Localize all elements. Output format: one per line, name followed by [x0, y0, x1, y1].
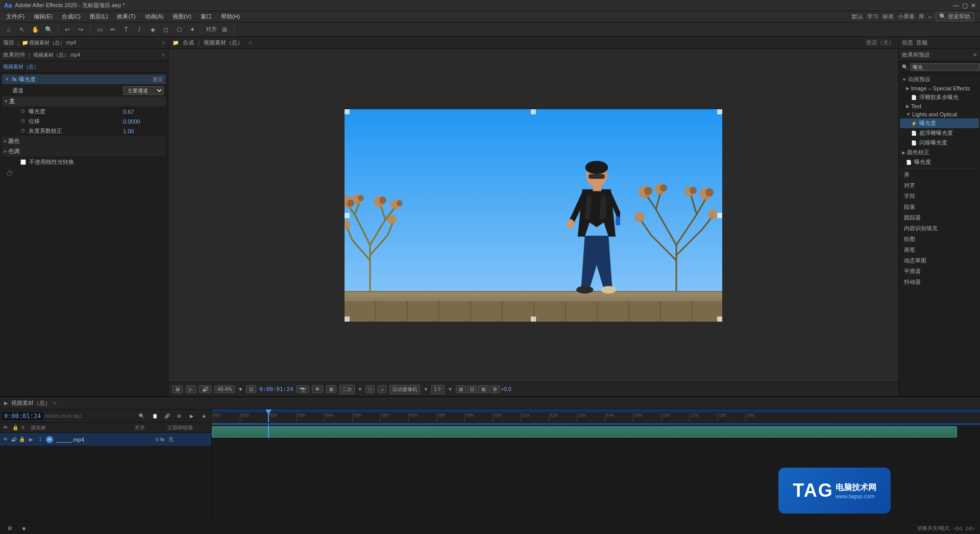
timeline-timecode[interactable]: 0:00:01:24 [2, 412, 43, 420]
info-tab[interactable]: 信息 [902, 39, 913, 46]
category-motion-sketch[interactable]: 动态草图 [900, 255, 979, 266]
menu-window[interactable]: 窗口 [197, 12, 216, 21]
timeline-comp-btn[interactable]: 📋 [149, 410, 160, 422]
channel-select[interactable]: 主要通道 [123, 86, 164, 95]
switch-icon-1[interactable]: ⊞ [155, 437, 159, 442]
text-section-item[interactable]: ▶ Text [900, 102, 979, 110]
layer-row-1[interactable]: 👁 🔊 🔒 ▶ 1 M _____.mp4 ⊞ fx 无 [0, 433, 211, 446]
category-paint[interactable]: 绘图 [900, 234, 979, 245]
snapshot-btn[interactable]: 📷 [297, 385, 309, 393]
project-menu-btn[interactable]: ≡ [162, 40, 165, 45]
puppet-tool[interactable]: ✦ [187, 24, 198, 35]
layer-lock-icon[interactable]: 🔒 [18, 436, 26, 443]
quality-selector[interactable]: 二分 [339, 385, 355, 394]
main-section-header[interactable]: ▼ 主 [2, 96, 166, 106]
timeline-search-btn[interactable]: 🔍 [136, 410, 147, 422]
timeline-footer-btn1[interactable]: ⊞ [4, 523, 15, 534]
safe-margins-btn[interactable]: ⊠ [478, 385, 488, 393]
hand-tool[interactable]: ✋ [30, 24, 41, 35]
resolution-btn[interactable]: ⊡ [246, 385, 256, 393]
stamp-tool[interactable]: ◈ [147, 24, 158, 35]
view-selector[interactable]: 1个 [431, 385, 445, 394]
redo-button[interactable]: ↪ [75, 24, 86, 35]
undo-button[interactable]: ↩ [62, 24, 73, 35]
float-exposure-item[interactable]: 📄 超浮雕曝光度 [900, 128, 979, 138]
category-align[interactable]: 对齐 [900, 180, 979, 191]
category-character[interactable]: 字符 [900, 191, 979, 202]
timeline-render-btn[interactable]: ▶ [186, 410, 197, 422]
menu-file[interactable]: 文件(F) [2, 12, 29, 21]
zoom-tool[interactable]: 🔍 [43, 24, 54, 35]
track-clip-1[interactable] [212, 426, 957, 438]
transparency-btn[interactable]: ⊠ [326, 385, 336, 393]
float-multi-exposure-item[interactable]: 📄 浮雕软多步曝光 [900, 92, 979, 102]
layer-eye-icon[interactable]: 👁 [2, 436, 9, 443]
rect-tool[interactable]: ▭ [94, 24, 105, 35]
switch-fx[interactable]: fx [160, 437, 164, 442]
search-help-input[interactable]: 🔍 搜索帮助 [936, 12, 974, 21]
brush-tool[interactable]: / [134, 24, 145, 35]
workspace-learn[interactable]: 学习 [867, 13, 878, 20]
workspace-standard[interactable]: 标准 [883, 13, 894, 20]
current-comp[interactable]: 视频素材（总） [204, 39, 243, 46]
channel-row[interactable]: 通道 主要通道 [2, 85, 166, 96]
preview-play-pause[interactable]: ▷ [186, 385, 196, 393]
align-h-button[interactable]: ⊞ [219, 24, 230, 35]
maximize-button[interactable]: ▢ [962, 2, 968, 9]
exposure-effect-header[interactable]: ▼ fx 曝光度 重置 [2, 75, 166, 84]
color-correction-section[interactable]: ▶ 颜色校正 [900, 148, 979, 157]
effects-search-input[interactable] [910, 63, 980, 71]
right-panel-close[interactable]: ✕ [973, 52, 977, 58]
timeline-marker-btn[interactable]: ◈ [198, 410, 209, 422]
menu-animation[interactable]: 动画(A) [141, 12, 168, 21]
category-wiggler[interactable]: 抖动器 [900, 277, 979, 287]
timeline-expand-icon[interactable]: ▶ [4, 400, 8, 406]
grid-btn1[interactable]: ⊞ [456, 385, 466, 393]
eraser-tool[interactable]: ◻ [160, 24, 172, 35]
settings-btn[interactable]: ⚙ [489, 385, 500, 393]
category-tracker[interactable]: 跟踪器 [900, 212, 979, 223]
preview-first-frame[interactable]: ⊞ [173, 385, 183, 393]
color-correction-exposure-item[interactable]: 📄 曝光度 [900, 157, 979, 167]
render-btn[interactable]: □ [365, 385, 375, 393]
audio-render-btn[interactable]: ♪ [378, 385, 386, 393]
zoom-options-icon[interactable]: ▼ [238, 386, 243, 392]
color-section-header[interactable]: ▶ 颜色 [2, 136, 166, 146]
menu-layer[interactable]: 图层(L) [86, 12, 112, 21]
menu-edit[interactable]: 编辑(E) [30, 12, 57, 21]
effects-menu-btn[interactable]: ≡ [162, 52, 165, 58]
pen-tool[interactable]: ✏ [107, 24, 118, 35]
category-content-aware[interactable]: 内容识别填充 [900, 223, 979, 234]
minimize-button[interactable]: — [953, 2, 959, 9]
lights-optical-section[interactable]: ▼ Lights and Optical [900, 110, 979, 118]
home-button[interactable]: ⌂ [3, 24, 14, 35]
category-smoother[interactable]: 平滑器 [900, 266, 979, 277]
roto-tool[interactable]: ⬡ [174, 24, 185, 35]
saturation-section-header[interactable]: ▶ 色调 [2, 147, 166, 156]
timeline-footer-btn2[interactable]: ◈ [18, 523, 30, 534]
flash-exposure-item[interactable]: 📄 闪烁曝光度 [900, 138, 979, 148]
menu-view[interactable]: 视图(V) [168, 12, 195, 21]
grid-btn2[interactable]: ⊡ [467, 385, 477, 393]
timeline-end-btn[interactable]: ▷▷ [965, 523, 976, 534]
menu-compose[interactable]: 合成(C) [58, 12, 85, 21]
exposure-value[interactable]: 0.67 [123, 109, 164, 115]
camera-selector[interactable]: 活动摄像机 [389, 385, 420, 394]
workspace-small-screen[interactable]: 小屏幕 [898, 13, 915, 20]
timeline-home-btn[interactable]: ◁◁ [952, 523, 964, 534]
offset-row[interactable]: ⏱ 位移 0.0000 [2, 116, 166, 126]
show-snapshot-btn[interactable]: 👁 [312, 385, 323, 393]
offset-value[interactable]: 0.0000 [123, 118, 164, 125]
gamma-value[interactable]: 1.00 [123, 128, 164, 134]
gamma-row[interactable]: ⏱ 灰度系数校正 1.00 [2, 126, 166, 136]
select-tool[interactable]: ↖ [16, 24, 28, 35]
parent-link-value[interactable]: 无 [168, 436, 209, 443]
exposure-row[interactable]: ⏱ 曝光度 0.67 [2, 107, 166, 116]
effect-reset-btn[interactable]: 重置 [153, 76, 163, 83]
timeline-stretch-btn[interactable]: ⊞ [174, 410, 185, 422]
layer-expand-arrow[interactable]: ▶ [28, 436, 35, 442]
linear-light-checkbox[interactable] [20, 159, 26, 165]
category-brush[interactable]: 画笔 [900, 245, 979, 255]
layer-audio-icon[interactable]: 🔊 [10, 436, 17, 443]
category-paragraph[interactable]: 段落 [900, 202, 979, 212]
